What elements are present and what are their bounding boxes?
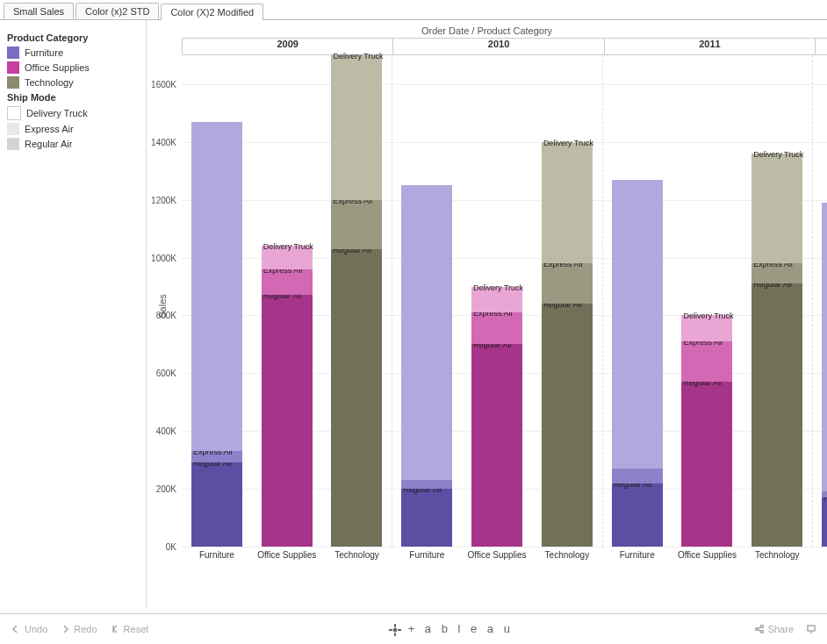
bar-segment[interactable]: [542, 304, 593, 547]
bar-segment[interactable]: [751, 263, 802, 283]
tab-color-x-2-modified[interactable]: Color (X)2 Modified: [161, 4, 263, 20]
category-label: Furniture: [602, 547, 672, 582]
bar-segment[interactable]: [612, 483, 663, 547]
legend-title: Product Category: [7, 32, 139, 43]
share-button[interactable]: Share: [754, 624, 794, 634]
bar[interactable]: Regular AirExpress AirDelivery Truck: [471, 287, 522, 547]
legend-swatch: [7, 61, 19, 74]
svg-rect-1: [394, 633, 396, 636]
bar[interactable]: Regular AirExpress AirDelivery Truck: [751, 154, 802, 547]
bar[interactable]: Regular Air: [401, 185, 452, 547]
undo-label: Undo: [25, 624, 47, 634]
bar-segment[interactable]: [681, 315, 732, 341]
bar-segment[interactable]: [471, 287, 522, 313]
tab-color-x-2-std[interactable]: Color (x)2 STD: [76, 3, 159, 19]
bar-segment[interactable]: [822, 491, 827, 497]
svg-rect-8: [808, 626, 815, 631]
plot: Sales 0K200K400K600K800K1000K1200K1400K1…: [182, 55, 827, 547]
bar-segment[interactable]: [612, 180, 663, 469]
bar[interactable]: Regular AirExpress Air: [191, 122, 242, 547]
category-slot: Regular AirExpress AirDelivery Truck: [532, 55, 602, 547]
footer: Undo Redo Reset + a b l e a u Share: [0, 613, 827, 644]
bar-segment[interactable]: [262, 295, 313, 547]
category-label: Office Supplies: [252, 547, 322, 582]
reset-label: Reset: [124, 624, 149, 634]
bar-segment[interactable]: [681, 341, 732, 382]
bar-segment[interactable]: [681, 382, 732, 547]
legend-item[interactable]: Furniture: [7, 47, 139, 59]
bar-segment[interactable]: [751, 283, 802, 547]
tab-small-sales[interactable]: Small Sales: [4, 3, 74, 19]
year-header: 2012: [816, 38, 827, 55]
chart-area: Order Date / Product Category 2009201020…: [146, 20, 827, 608]
y-tick-label: 1400K: [151, 137, 182, 147]
legend-item[interactable]: Delivery Truck: [7, 106, 139, 120]
bar[interactable]: Regular AirExpress AirDelivery Truck: [262, 246, 313, 547]
bar-segment[interactable]: [542, 263, 593, 304]
legend-item[interactable]: Office Supplies: [7, 61, 139, 74]
legend-title: Ship Mode: [7, 92, 139, 103]
bar[interactable]: Regular Air: [612, 180, 663, 547]
bar-segment[interactable]: [612, 469, 663, 483]
bar-segment[interactable]: [401, 185, 452, 480]
legend-label: Technology: [25, 77, 74, 88]
bar-segment[interactable]: [191, 451, 242, 462]
bar-segment[interactable]: [471, 312, 522, 344]
year-slot: Regular AirRegular AirExpress AirDeliver…: [392, 55, 602, 547]
reset-button[interactable]: Reset: [110, 624, 149, 634]
gridline: [182, 547, 827, 547]
y-tick-label: 600K: [156, 369, 182, 378]
year-header: 2011: [605, 38, 816, 55]
bar[interactable]: Regular Air: [822, 203, 827, 547]
legend-item[interactable]: Regular Air: [7, 138, 139, 150]
y-tick-label: 1000K: [151, 253, 182, 262]
bar-segment[interactable]: [751, 154, 802, 263]
share-label: Share: [768, 624, 794, 634]
year-slot: Regular AirExpress AirRegular AirExpress…: [182, 55, 392, 547]
redo-button[interactable]: Redo: [60, 624, 97, 634]
legend-swatch: [7, 138, 19, 150]
bar-segment[interactable]: [262, 246, 313, 268]
legend-item[interactable]: Express Air: [7, 123, 139, 135]
bar-segment[interactable]: [262, 269, 313, 296]
legend-label: Delivery Truck: [26, 108, 88, 118]
bar[interactable]: Regular AirExpress AirDelivery Truck: [331, 55, 382, 547]
category-slot: Regular AirExpress AirDelivery Truck: [672, 55, 743, 547]
arrow-right-icon: [60, 624, 70, 634]
category-label: Technology: [532, 547, 602, 582]
category-label: Furniture: [182, 547, 252, 582]
legend-label: Office Supplies: [25, 62, 90, 73]
bar-segment[interactable]: [191, 462, 242, 547]
category-slot: Regular AirExpress Air: [182, 55, 252, 547]
category-slot: Regular Air: [602, 55, 672, 547]
bar-segment[interactable]: [401, 480, 452, 489]
bar-segment[interactable]: [542, 142, 593, 263]
legend-label: Furniture: [25, 47, 63, 58]
category-slot: Regular AirExpress AirDelivery Truck: [742, 55, 812, 547]
category-slot: Regular Air: [392, 55, 462, 547]
bar-segment[interactable]: [331, 200, 382, 249]
bar[interactable]: Regular AirExpress AirDelivery Truck: [542, 142, 593, 547]
bar-segment[interactable]: [331, 249, 382, 547]
legend-label: Express Air: [25, 124, 74, 134]
y-tick-label: 400K: [156, 426, 182, 436]
share-icon: [754, 624, 765, 634]
legend-item[interactable]: Technology: [7, 76, 139, 89]
bar-segment[interactable]: [471, 344, 522, 547]
bar-segment[interactable]: [191, 122, 242, 452]
bar-segment[interactable]: [822, 497, 827, 547]
bar-segment[interactable]: [331, 55, 382, 200]
y-tick-label: 200K: [156, 484, 182, 494]
y-tick-label: 800K: [156, 311, 182, 320]
legend-label: Regular Air: [25, 139, 72, 149]
svg-rect-0: [394, 624, 396, 627]
category-label: Office Supplies: [462, 547, 532, 582]
bar[interactable]: Regular AirExpress AirDelivery Truck: [681, 315, 732, 547]
legend-swatch: [7, 123, 19, 135]
category-labels: FurnitureOffice SuppliesTechnologyFurnit…: [182, 547, 827, 582]
bar-segment[interactable]: [822, 203, 827, 491]
bar-segment[interactable]: [401, 489, 452, 547]
category-slot: Regular AirExpress AirDelivery Truck: [462, 55, 532, 547]
download-button[interactable]: [806, 624, 816, 634]
undo-button[interactable]: Undo: [11, 624, 47, 634]
